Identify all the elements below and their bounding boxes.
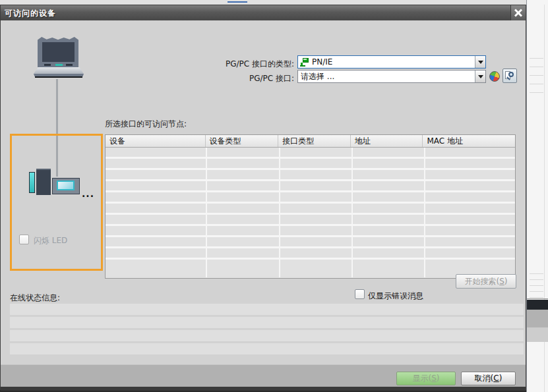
laptop-vent [66, 64, 73, 66]
column-header-address[interactable]: 地址 [351, 135, 423, 147]
background-row-line [530, 273, 543, 274]
background-row-line [530, 291, 543, 292]
interface-dropdown-arrow[interactable] [475, 70, 485, 82]
table-row [106, 237, 515, 248]
status-row [10, 304, 524, 315]
column-header-mac-address[interactable]: MAC 地址 [423, 135, 515, 147]
column-separator [279, 148, 280, 277]
table-row [106, 159, 515, 170]
status-row [10, 343, 524, 354]
background-row-line [530, 285, 543, 286]
background-gray-band [527, 310, 548, 327]
table-row [106, 215, 515, 226]
column-separator [206, 148, 207, 277]
background-row-line [530, 279, 543, 280]
plc-display-screen [57, 181, 75, 190]
show-label-suffix: ) [437, 374, 440, 383]
interface-type-combobox[interactable]: PN/IE [297, 55, 486, 69]
chevron-down-icon [478, 75, 483, 81]
start-search-label: 开始搜索( [465, 277, 500, 286]
status-row [10, 330, 524, 341]
errors-only-label: 仅显示错误消息 [368, 291, 423, 302]
interface-value: 请选择 ... [298, 71, 334, 82]
dialog-title: 可访问的设备 [5, 8, 56, 19]
screen: 可访问的设备 PG/PC 接口的类型: [0, 0, 548, 392]
laptop-screen [42, 42, 75, 62]
plc-led-bar [29, 172, 35, 193]
background-row-line [530, 75, 543, 76]
column-separator [351, 148, 353, 277]
start-search-label-suffix: ) [504, 277, 508, 286]
table-row [106, 170, 515, 181]
table-row [106, 226, 515, 237]
cancel-hotkey: C [493, 374, 499, 383]
close-button[interactable] [510, 5, 526, 20]
background-row-line [530, 84, 543, 84]
background-dark-bar [527, 300, 548, 310]
flash-led-label: 闪烁 LED [34, 235, 67, 246]
dialog-titlebar[interactable]: 可访问的设备 [1, 5, 526, 20]
interface-type-label: PG/PC 接口的类型: [185, 59, 294, 70]
show-hotkey: S [431, 374, 437, 383]
selected-device-panel: ... 闪烁 LED [10, 134, 103, 271]
laptop-led [55, 64, 63, 66]
column-header-interface-type[interactable]: 接口类型 [278, 135, 351, 147]
column-separator [424, 148, 425, 277]
table-row [106, 192, 515, 204]
table-row [106, 148, 515, 159]
pn-ie-base [300, 65, 305, 67]
plc-module [36, 169, 51, 195]
laptop-shadow [35, 76, 82, 78]
errors-only-checkbox[interactable] [355, 289, 365, 299]
table-header-row: 设备 设备类型 接口类型 地址 MAC 地址 [106, 135, 515, 148]
dialog-bottom-edge [1, 387, 526, 391]
pg-pc-laptop-icon [34, 37, 84, 82]
chevron-down-icon [478, 61, 483, 67]
accessible-devices-dialog: 可访问的设备 PG/PC 接口的类型: [0, 5, 526, 390]
plc-display-module [52, 178, 80, 194]
start-search-button[interactable]: 开始搜索(S) [456, 274, 516, 289]
column-header-device[interactable]: 设备 [106, 135, 206, 147]
background-app-top-strip [0, 0, 526, 5]
configure-interface-button[interactable] [502, 69, 517, 83]
background-row-line [530, 297, 543, 298]
background-row-line [530, 92, 543, 93]
start-search-hotkey: S [499, 277, 504, 286]
laptop-vent [44, 64, 51, 66]
interface-combobox[interactable]: 请选择 ... [297, 70, 486, 83]
table-row [106, 204, 515, 215]
laptop-base [34, 67, 84, 74]
background-row-line [530, 58, 543, 59]
accessible-nodes-label: 所选接口的可访问节点: [105, 119, 187, 130]
background-tab-indicator [228, 1, 247, 3]
cancel-label: 取消( [475, 374, 494, 383]
interface-label: PG/PC 接口: [185, 73, 294, 84]
table-row [106, 248, 515, 260]
column-header-device-type[interactable]: 设备类型 [206, 135, 279, 147]
table-row [106, 181, 515, 192]
background-app-right-strip [526, 0, 548, 392]
interface-type-dropdown-arrow[interactable] [475, 56, 485, 68]
background-separator [527, 298, 548, 299]
cancel-label-suffix: ) [499, 374, 502, 383]
interface-type-value: PN/IE [309, 57, 332, 67]
magnifier-icon [508, 72, 514, 77]
online-status-label: 在线状态信息: [10, 293, 60, 304]
cancel-button[interactable]: 取消(C) [461, 372, 516, 385]
status-message-list [10, 304, 524, 356]
show-label: 显示( [413, 374, 432, 383]
background-row-line [530, 67, 543, 67]
show-button[interactable]: 显示(S) [396, 372, 456, 385]
pn-ie-network-icon [300, 58, 309, 67]
device-ellipsis: ... [82, 188, 94, 199]
status-row [10, 317, 524, 328]
background-mid-band [527, 327, 548, 342]
plc-device-icon: ... [29, 169, 95, 196]
security-shield-icon [489, 71, 500, 82]
pn-ie-highlight [303, 59, 307, 60]
flash-led-checkbox[interactable] [19, 235, 29, 244]
accessible-nodes-table: 设备 设备类型 接口类型 地址 MAC 地址 [105, 134, 516, 279]
